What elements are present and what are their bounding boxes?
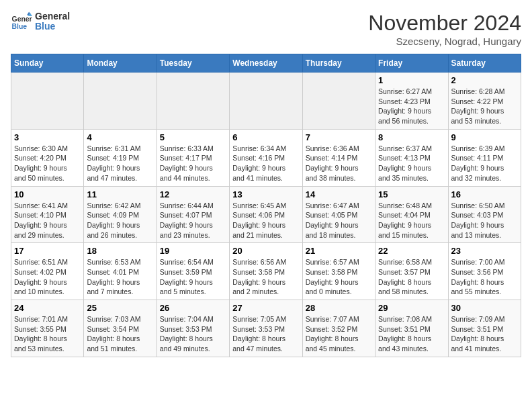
day-info: Sunrise: 6:34 AM Sunset: 4:16 PM Dayligh… (232, 144, 299, 183)
day-info: Sunrise: 6:57 AM Sunset: 3:58 PM Dayligh… (306, 257, 372, 297)
header: General Blue General Blue November 2024 … (11, 11, 521, 47)
day-cell: 23Sunrise: 7:00 AM Sunset: 3:56 PM Dayli… (448, 243, 521, 300)
day-cell: 30Sunrise: 7:09 AM Sunset: 3:51 PM Dayli… (448, 300, 521, 357)
title-area: November 2024 Szecseny, Nograd, Hungary (368, 11, 521, 47)
logo-text-general: General (35, 11, 70, 21)
day-number: 18 (87, 246, 153, 256)
day-cell: 17Sunrise: 6:51 AM Sunset: 4:02 PM Dayli… (11, 243, 84, 300)
day-number: 7 (306, 132, 372, 142)
week-row-2: 3Sunrise: 6:30 AM Sunset: 4:20 PM Daylig… (11, 129, 521, 186)
day-number: 25 (87, 303, 153, 313)
day-cell (84, 73, 157, 130)
weekday-header-sunday: Sunday (11, 54, 84, 73)
day-info: Sunrise: 7:07 AM Sunset: 3:52 PM Dayligh… (306, 314, 372, 354)
calendar-table: SundayMondayTuesdayWednesdayThursdayFrid… (11, 54, 521, 357)
weekday-header-friday: Friday (375, 54, 448, 73)
day-cell: 5Sunrise: 6:33 AM Sunset: 4:17 PM Daylig… (157, 129, 229, 186)
day-number: 19 (160, 246, 226, 256)
day-cell: 21Sunrise: 6:57 AM Sunset: 3:58 PM Dayli… (302, 243, 375, 300)
day-number: 11 (87, 189, 153, 199)
day-number: 3 (14, 132, 81, 142)
day-cell: 26Sunrise: 7:04 AM Sunset: 3:53 PM Dayli… (157, 300, 229, 357)
day-number: 5 (160, 132, 226, 142)
day-number: 23 (451, 246, 518, 256)
calendar-title: November 2024 (368, 11, 521, 36)
day-cell: 19Sunrise: 6:54 AM Sunset: 3:59 PM Dayli… (157, 243, 229, 300)
calendar-subtitle: Szecseny, Nograd, Hungary (368, 36, 521, 47)
day-cell (11, 73, 84, 130)
svg-text:General: General (12, 15, 32, 23)
day-cell: 13Sunrise: 6:45 AM Sunset: 4:06 PM Dayli… (230, 186, 302, 243)
day-cell (157, 73, 229, 130)
day-number: 29 (378, 303, 445, 313)
logo-text-blue: Blue (35, 21, 70, 32)
week-row-4: 17Sunrise: 6:51 AM Sunset: 4:02 PM Dayli… (11, 243, 521, 300)
day-info: Sunrise: 7:03 AM Sunset: 3:54 PM Dayligh… (87, 314, 153, 354)
day-number: 21 (306, 246, 372, 256)
day-info: Sunrise: 6:47 AM Sunset: 4:05 PM Dayligh… (306, 201, 372, 240)
day-cell: 29Sunrise: 7:08 AM Sunset: 3:51 PM Dayli… (375, 300, 448, 357)
day-number: 28 (306, 303, 372, 313)
week-row-1: 1Sunrise: 6:27 AM Sunset: 4:23 PM Daylig… (11, 73, 521, 130)
day-cell: 1Sunrise: 6:27 AM Sunset: 4:23 PM Daylig… (375, 73, 448, 130)
day-info: Sunrise: 6:39 AM Sunset: 4:11 PM Dayligh… (451, 144, 518, 183)
day-cell: 25Sunrise: 7:03 AM Sunset: 3:54 PM Dayli… (84, 300, 157, 357)
day-info: Sunrise: 6:28 AM Sunset: 4:22 PM Dayligh… (451, 87, 518, 126)
day-info: Sunrise: 6:56 AM Sunset: 3:58 PM Dayligh… (232, 257, 299, 297)
day-info: Sunrise: 6:45 AM Sunset: 4:06 PM Dayligh… (232, 201, 299, 240)
day-info: Sunrise: 7:00 AM Sunset: 3:56 PM Dayligh… (451, 257, 518, 297)
day-info: Sunrise: 6:41 AM Sunset: 4:10 PM Dayligh… (14, 201, 81, 240)
day-number: 8 (378, 132, 445, 142)
day-cell: 2Sunrise: 6:28 AM Sunset: 4:22 PM Daylig… (448, 73, 521, 130)
day-number: 16 (451, 189, 518, 199)
day-info: Sunrise: 7:04 AM Sunset: 3:53 PM Dayligh… (160, 314, 226, 354)
day-info: Sunrise: 6:30 AM Sunset: 4:20 PM Dayligh… (14, 144, 81, 183)
day-number: 10 (14, 189, 81, 199)
day-info: Sunrise: 6:31 AM Sunset: 4:19 PM Dayligh… (87, 144, 153, 183)
day-cell: 24Sunrise: 7:01 AM Sunset: 3:55 PM Dayli… (11, 300, 84, 357)
day-cell (302, 73, 375, 130)
day-number: 2 (451, 75, 518, 85)
day-number: 9 (451, 132, 518, 142)
day-cell (230, 73, 302, 130)
day-cell: 27Sunrise: 7:05 AM Sunset: 3:53 PM Dayli… (230, 300, 302, 357)
day-cell: 4Sunrise: 6:31 AM Sunset: 4:19 PM Daylig… (84, 129, 157, 186)
weekday-header-thursday: Thursday (302, 54, 375, 73)
day-info: Sunrise: 6:36 AM Sunset: 4:14 PM Dayligh… (306, 144, 372, 183)
day-cell: 20Sunrise: 6:56 AM Sunset: 3:58 PM Dayli… (230, 243, 302, 300)
logo-icon: General Blue (11, 11, 32, 32)
day-info: Sunrise: 6:42 AM Sunset: 4:09 PM Dayligh… (87, 201, 153, 240)
day-number: 24 (14, 303, 81, 313)
day-cell: 14Sunrise: 6:47 AM Sunset: 4:05 PM Dayli… (302, 186, 375, 243)
day-info: Sunrise: 6:53 AM Sunset: 4:01 PM Dayligh… (87, 257, 153, 297)
day-info: Sunrise: 6:33 AM Sunset: 4:17 PM Dayligh… (160, 144, 226, 183)
weekday-header-saturday: Saturday (448, 54, 521, 73)
day-info: Sunrise: 6:51 AM Sunset: 4:02 PM Dayligh… (14, 257, 81, 297)
day-number: 1 (378, 75, 445, 85)
day-cell: 28Sunrise: 7:07 AM Sunset: 3:52 PM Dayli… (302, 300, 375, 357)
day-info: Sunrise: 7:05 AM Sunset: 3:53 PM Dayligh… (232, 314, 299, 354)
day-number: 17 (14, 246, 81, 256)
weekday-header-monday: Monday (84, 54, 157, 73)
calendar-body: 1Sunrise: 6:27 AM Sunset: 4:23 PM Daylig… (11, 73, 521, 357)
day-number: 27 (232, 303, 299, 313)
day-number: 6 (232, 132, 299, 142)
day-number: 20 (232, 246, 299, 256)
day-cell: 22Sunrise: 6:58 AM Sunset: 3:57 PM Dayli… (375, 243, 448, 300)
day-info: Sunrise: 7:09 AM Sunset: 3:51 PM Dayligh… (451, 314, 518, 354)
week-row-5: 24Sunrise: 7:01 AM Sunset: 3:55 PM Dayli… (11, 300, 521, 357)
day-info: Sunrise: 6:54 AM Sunset: 3:59 PM Dayligh… (160, 257, 226, 297)
day-cell: 9Sunrise: 6:39 AM Sunset: 4:11 PM Daylig… (448, 129, 521, 186)
day-info: Sunrise: 6:50 AM Sunset: 4:03 PM Dayligh… (451, 201, 518, 240)
logo: General Blue General Blue (11, 11, 70, 32)
day-number: 14 (306, 189, 372, 199)
day-number: 13 (232, 189, 299, 199)
day-cell: 3Sunrise: 6:30 AM Sunset: 4:20 PM Daylig… (11, 129, 84, 186)
weekday-header-wednesday: Wednesday (230, 54, 302, 73)
day-cell: 10Sunrise: 6:41 AM Sunset: 4:10 PM Dayli… (11, 186, 84, 243)
day-cell: 11Sunrise: 6:42 AM Sunset: 4:09 PM Dayli… (84, 186, 157, 243)
svg-text:Blue: Blue (12, 23, 28, 30)
day-cell: 16Sunrise: 6:50 AM Sunset: 4:03 PM Dayli… (448, 186, 521, 243)
day-number: 30 (451, 303, 518, 313)
day-info: Sunrise: 6:27 AM Sunset: 4:23 PM Dayligh… (378, 87, 445, 126)
